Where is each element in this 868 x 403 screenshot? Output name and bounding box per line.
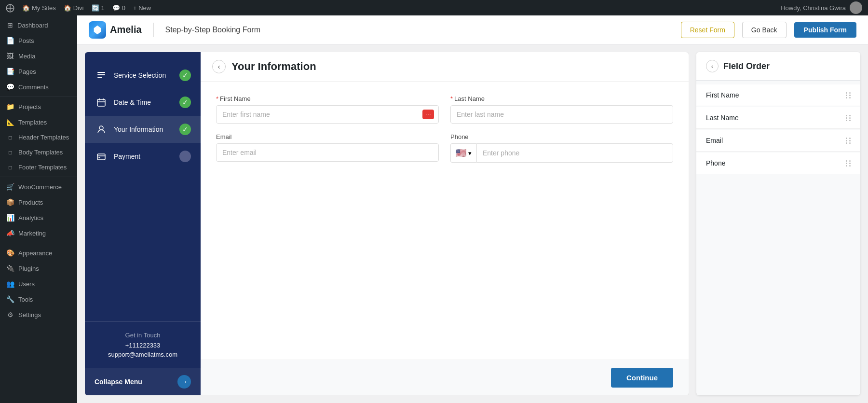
drag-handle-lastname[interactable] (846, 115, 851, 121)
field-order-lastname-label: Last Name (706, 114, 739, 122)
sidebar-appearance-label: Appearance (18, 250, 52, 257)
divi-label: Divi (73, 4, 84, 12)
field-order-header: ‹ Field Order (696, 52, 860, 81)
amelia-logo-svg (92, 25, 103, 35)
collapse-menu-button[interactable]: Collapse Menu → (85, 368, 201, 395)
booking-form: Service Selection ✓ (85, 52, 689, 395)
amelia-logo-text: Amelia (110, 24, 142, 35)
form-footer: Continue (201, 360, 689, 395)
field-order-item-lastname[interactable]: Last Name (696, 107, 860, 129)
first-name-label-text: First Name (220, 95, 251, 102)
sidebar-item-body-templates[interactable]: ◻ Body Templates (0, 145, 77, 160)
my-sites-menu[interactable]: 🏠 My Sites (22, 4, 56, 12)
sidebar-item-templates[interactable]: 📐 Templates (0, 114, 77, 130)
sidebar-item-comments[interactable]: 💬 Comments (0, 79, 77, 95)
first-name-label: * First Name (216, 95, 439, 102)
steps-list: Service Selection ✓ (85, 52, 201, 321)
go-back-button[interactable]: Go Back (742, 22, 787, 38)
publish-form-button[interactable]: Publish Form (794, 22, 856, 38)
footer-templates-icon: ◻ (6, 165, 14, 170)
field-order-item-email[interactable]: Email (696, 130, 860, 152)
drag-handle-email[interactable] (846, 138, 851, 144)
sidebar-item-posts[interactable]: 📄 Posts (0, 33, 77, 48)
form-back-button[interactable]: ‹ (212, 60, 226, 73)
field-order-back-button[interactable]: ‹ (706, 60, 719, 72)
field-order-title: Field Order (723, 61, 770, 71)
first-name-required: * (216, 95, 218, 102)
form-header: ‹ Your Information (201, 52, 689, 82)
body-templates-icon: ◻ (6, 150, 14, 155)
phone-group: Phone 🇺🇸 ▾ (450, 133, 673, 163)
sidebar: ⊞ Dashboard 📄 Posts 🖼 Media 📑 Pages 💬 Co… (0, 15, 77, 403)
last-name-label: * Last Name (450, 95, 673, 102)
sidebar-item-users[interactable]: 👥 Users (0, 276, 77, 292)
wp-logo-icon[interactable]: ⨁ (6, 2, 14, 13)
first-name-input-wrapper: ⋯ (216, 105, 439, 124)
sidebar-plugins-label: Plugins (18, 265, 39, 272)
amelia-logo-icon (89, 21, 106, 39)
sidebar-media-label: Media (18, 53, 35, 60)
first-name-group: * First Name ⋯ (216, 95, 439, 124)
divi-icon: 🏠 (64, 4, 71, 12)
avatar (850, 1, 862, 14)
reset-form-button[interactable]: Reset Form (681, 22, 734, 38)
field-order-item-phone[interactable]: Phone (696, 153, 860, 174)
new-item[interactable]: + New (133, 4, 151, 12)
sidebar-item-settings[interactable]: ⚙ Settings (0, 307, 77, 322)
phone-flag-selector[interactable]: 🇺🇸 ▾ (450, 143, 476, 163)
email-input[interactable] (216, 143, 439, 162)
form-row-name: * First Name ⋯ (216, 95, 673, 124)
sidebar-item-tools[interactable]: 🔧 Tools (0, 292, 77, 307)
sidebar-tools-label: Tools (18, 296, 33, 303)
sidebar-pages-label: Pages (18, 68, 36, 75)
email-label-text: Email (216, 133, 232, 140)
footer-email: support@ameliatms.com (95, 351, 191, 358)
continue-button[interactable]: Continue (611, 368, 673, 388)
step-service-selection[interactable]: Service Selection ✓ (85, 62, 201, 89)
comments-count: 0 (122, 4, 125, 12)
first-name-input[interactable] (216, 105, 439, 124)
appearance-icon: 🎨 (6, 249, 14, 257)
last-name-input[interactable] (450, 105, 673, 124)
sidebar-item-header-templates[interactable]: ◻ Header Templates (0, 130, 77, 145)
error-icon-symbol: ⋯ (426, 111, 431, 118)
sidebar-item-woocommerce[interactable]: 🛒 WooCommerce (0, 179, 77, 195)
sync-count: 1 (101, 4, 105, 12)
sidebar-item-footer-templates[interactable]: ◻ Footer Templates (0, 160, 77, 175)
field-order-panel: ‹ Field Order First Name (696, 52, 860, 395)
drag-handle-firstname[interactable] (846, 92, 851, 98)
comments-sidebar-icon: 💬 (6, 83, 14, 91)
step-info-label: Your Information (114, 125, 174, 133)
sidebar-item-marketing[interactable]: 📣 Marketing (0, 225, 77, 241)
sidebar-item-pages[interactable]: 📑 Pages (0, 64, 77, 79)
sidebar-item-media[interactable]: 🖼 Media (0, 48, 77, 64)
sidebar-comments-label: Comments (18, 83, 49, 91)
last-name-label-text: Last Name (454, 95, 485, 102)
drag-handle-phone[interactable] (846, 160, 851, 167)
sidebar-item-plugins[interactable]: 🔌 Plugins (0, 261, 77, 276)
field-order-list: First Name Last Name (696, 81, 860, 179)
sidebar-item-appearance[interactable]: 🎨 Appearance (0, 245, 77, 261)
comments-item[interactable]: 💬 0 (112, 4, 125, 12)
sidebar-item-products[interactable]: 📦 Products (0, 195, 77, 210)
svg-rect-1 (97, 72, 105, 73)
sync-item[interactable]: 🔄 1 (92, 4, 105, 12)
divi-menu[interactable]: 🏠 Divi (64, 4, 84, 12)
sidebar-item-projects[interactable]: 📁 Projects (0, 99, 77, 114)
phone-input[interactable] (476, 143, 673, 163)
us-flag-icon: 🇺🇸 (456, 148, 466, 158)
step-payment-icon (95, 150, 108, 163)
step-your-information[interactable]: Your Information ✓ (85, 116, 201, 143)
sidebar-footer-templates-label: Footer Templates (18, 164, 67, 171)
svg-rect-11 (98, 157, 100, 158)
field-order-item-firstname[interactable]: First Name (696, 84, 860, 106)
field-order-email-label: Email (706, 137, 723, 144)
sidebar-users-label: Users (18, 280, 35, 288)
sidebar-settings-label: Settings (18, 311, 41, 319)
footer-phone: +111222333 (95, 342, 191, 349)
step-date-time[interactable]: Date & Time ✓ (85, 89, 201, 116)
step-payment[interactable]: Payment (85, 143, 201, 170)
sidebar-item-dashboard[interactable]: ⊞ Dashboard (0, 15, 77, 33)
sidebar-dashboard-label: Dashboard (17, 22, 48, 29)
sidebar-item-analytics[interactable]: 📊 Analytics (0, 210, 77, 225)
